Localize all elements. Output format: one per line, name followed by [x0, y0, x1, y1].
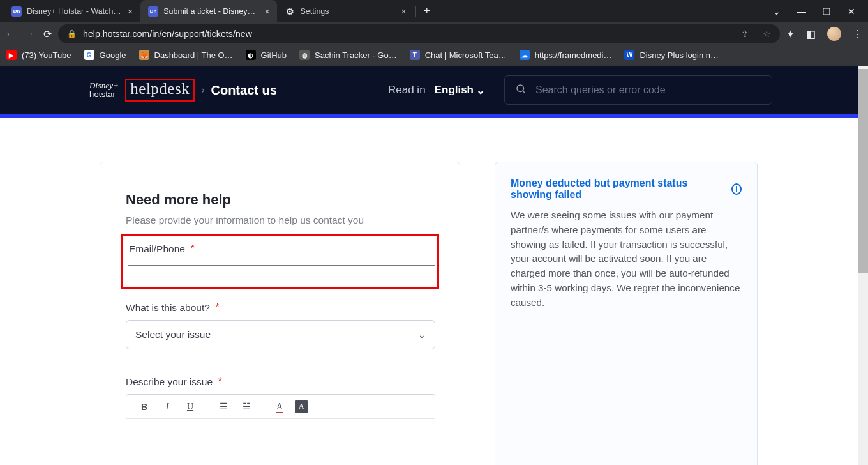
ticket-form-card: Need more help Please provide your infor…	[100, 162, 460, 465]
extensions-icon[interactable]: ✦	[786, 28, 795, 40]
bookmark-label: (73) YouTube	[22, 50, 71, 60]
rich-text-editor: B I U ☰ ☱ A A	[126, 394, 435, 465]
form-subheading: Please provide your information to help …	[126, 215, 434, 226]
brand[interactable]: Disney+ hotstar helpdesk	[89, 79, 195, 102]
info-title-link[interactable]: Money deducted but payment status showin…	[511, 178, 726, 201]
maximize-button[interactable]: ❐	[823, 6, 831, 17]
close-window-button[interactable]: ✕	[848, 6, 855, 17]
underline-button[interactable]: U	[179, 395, 202, 419]
chevron-right-icon: ›	[201, 84, 204, 96]
page: Disney+ hotstar helpdesk › Contact us Re…	[0, 66, 868, 465]
bookmark-youtube[interactable]: ▶(73) YouTube	[6, 50, 71, 60]
back-button[interactable]: ←	[5, 28, 15, 40]
browser-chrome: Dh Disney+ Hotstar - Watch TV Show × Dh …	[0, 0, 868, 66]
language-switcher: Read in English ⌄	[388, 84, 485, 97]
tab-hotstar[interactable]: Dh Disney+ Hotstar - Watch TV Show ×	[4, 0, 140, 22]
brand-bottom: hotstar	[89, 90, 119, 99]
star-icon[interactable]: ☆	[763, 29, 771, 39]
disney-icon: W	[624, 50, 634, 60]
tab-title: Submit a ticket - Disney+ Hotstar	[163, 7, 259, 16]
url-text: help.hotstar.com/in/en/support/tickets/n…	[83, 29, 252, 39]
svg-line-1	[523, 91, 525, 93]
window-controls: ⌄ ― ❐ ✕	[773, 6, 864, 17]
info-icon: i	[731, 183, 742, 195]
bookmark-github[interactable]: ◐GitHub	[246, 50, 287, 60]
bookmark-google[interactable]: GGoogle	[84, 50, 126, 60]
readin-label: Read in	[388, 84, 426, 96]
required-icon: *	[215, 301, 219, 312]
describe-field: Describe your issue * B I U ☰ ☱ A A	[126, 376, 434, 465]
editor-toolbar: B I U ☰ ☱ A A	[126, 395, 435, 419]
highlight-button[interactable]: A	[295, 400, 308, 413]
editor-textarea[interactable]	[126, 419, 435, 465]
email-phone-input[interactable]	[128, 265, 435, 277]
helpdesk-label: helpdesk	[125, 79, 195, 102]
bookmark-label: Disney Plus login n…	[640, 50, 719, 60]
google-icon: G	[84, 50, 94, 60]
breadcrumb[interactable]: Contact us	[211, 83, 276, 98]
vertical-scrollbar[interactable]	[858, 66, 868, 465]
language-dropdown[interactable]: English ⌄	[435, 84, 485, 97]
brand-top: Disney+	[89, 81, 119, 90]
bookmark-disneyplus[interactable]: WDisney Plus login n…	[624, 50, 719, 60]
bookmark-label: Dashboard | The O…	[154, 50, 233, 60]
italic-button[interactable]: I	[156, 395, 179, 419]
toolbar-right-icons: ✦ ◧ ⋮	[786, 27, 863, 41]
bookmark-dashboard[interactable]: 🦊Dashboard | The O…	[139, 50, 233, 60]
highlighted-field: Email/Phone *	[121, 234, 439, 289]
close-icon[interactable]: ×	[401, 6, 406, 17]
search-icon	[515, 83, 527, 98]
tab-settings[interactable]: ⚙ Settings ×	[277, 0, 414, 22]
reload-button[interactable]: ⟳	[43, 28, 52, 40]
lock-icon: 🔒	[67, 29, 77, 38]
github-icon: ◐	[246, 50, 256, 60]
bookmark-tracker[interactable]: ◍Sachin Tracker - Go…	[299, 50, 397, 60]
required-icon: *	[191, 242, 195, 253]
describe-label: Describe your issue *	[126, 376, 434, 388]
menu-icon[interactable]: ⋮	[853, 28, 863, 40]
info-title-row: Money deducted but payment status showin…	[511, 178, 742, 201]
about-field: What is this about? * Select your issue …	[126, 302, 434, 349]
forward-button[interactable]: →	[24, 28, 34, 40]
gear-icon: ⚙	[285, 6, 295, 17]
site-search[interactable]	[504, 75, 772, 105]
sidepanel-icon[interactable]: ◧	[806, 28, 816, 40]
favicon-icon: Dh	[11, 6, 22, 17]
bookmark-framedmedia[interactable]: ☁https://framedmedi…	[520, 50, 612, 60]
profile-avatar[interactable]	[827, 27, 841, 41]
about-select[interactable]: Select your issue ⌄	[126, 320, 435, 349]
close-icon[interactable]: ×	[128, 6, 133, 17]
share-icon[interactable]: ⇪	[741, 29, 749, 39]
chevron-down-icon: ⌄	[476, 84, 485, 97]
svg-point-0	[517, 85, 524, 92]
numbered-list-button[interactable]: ☱	[235, 395, 258, 419]
required-icon: *	[218, 375, 222, 386]
bookmark-label: Chat | Microsoft Tea…	[425, 50, 507, 60]
minimize-button[interactable]: ―	[797, 6, 806, 17]
bookmark-label: GitHub	[261, 50, 287, 60]
bullet-list-button[interactable]: ☰	[212, 395, 235, 419]
tab-title: Settings	[300, 7, 396, 16]
bookmark-teams[interactable]: TChat | Microsoft Tea…	[410, 50, 507, 60]
address-bar: ← → ⟳ 🔒 help.hotstar.com/in/en/support/t…	[0, 22, 868, 45]
language-value: English	[435, 84, 474, 96]
search-input[interactable]	[535, 84, 761, 96]
bookmark-label: https://framedmedi…	[535, 50, 612, 60]
bookmark-label: Sachin Tracker - Go…	[315, 50, 397, 60]
bookmarks-bar: ▶(73) YouTube GGoogle 🦊Dashboard | The O…	[0, 45, 868, 66]
cloud-icon: ☁	[520, 50, 530, 60]
tab-submit-ticket[interactable]: Dh Submit a ticket - Disney+ Hotstar ×	[140, 0, 277, 22]
favicon-icon: Dh	[148, 6, 158, 17]
site-header: Disney+ hotstar helpdesk › Contact us Re…	[0, 66, 868, 118]
scrollbar-thumb[interactable]	[858, 69, 868, 273]
bold-button[interactable]: B	[133, 395, 156, 419]
text-color-button[interactable]: A	[268, 395, 291, 419]
dashboard-icon: 🦊	[139, 50, 149, 60]
teams-icon: T	[410, 50, 420, 60]
chevron-down-icon[interactable]: ⌄	[773, 6, 781, 17]
tab-title: Disney+ Hotstar - Watch TV Show	[27, 7, 123, 16]
close-icon[interactable]: ×	[264, 6, 269, 17]
url-field[interactable]: 🔒 help.hotstar.com/in/en/support/tickets…	[58, 24, 780, 43]
tracker-icon: ◍	[299, 50, 310, 60]
new-tab-button[interactable]: +	[424, 4, 431, 18]
